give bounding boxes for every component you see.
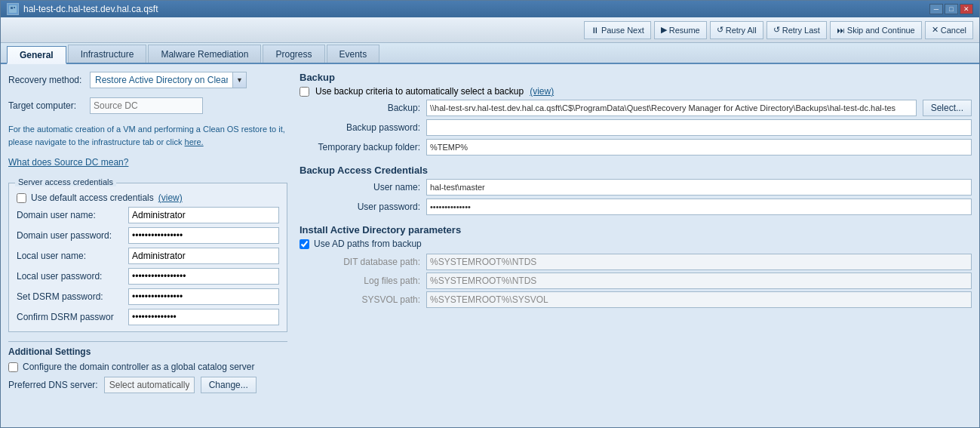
backup-section: Backup Use backup criteria to automatica… xyxy=(300,72,972,159)
change-button[interactable]: Change... xyxy=(201,377,257,393)
dsrm-password-row: Set DSRM password: xyxy=(17,288,279,305)
log-input[interactable] xyxy=(426,273,972,289)
recovery-method-input[interactable] xyxy=(90,72,233,88)
use-ad-paths-label: Use AD paths from backup xyxy=(314,239,422,249)
backup-path-row: Backup: Select... xyxy=(300,100,972,116)
backup-password-input[interactable] xyxy=(426,119,972,136)
tab-infrastructure[interactable]: Infrastructure xyxy=(68,45,147,63)
install-ad-section: Install Active Directory parameters Use … xyxy=(300,224,972,310)
additional-title: Additional Settings xyxy=(8,346,287,357)
retry-last-icon: ↺ xyxy=(773,25,780,35)
confirm-dsrm-row: Confirm DSRM passwor xyxy=(17,309,279,325)
use-default-checkbox[interactable] xyxy=(17,193,26,203)
recovery-method-label: Recovery method: xyxy=(8,75,84,85)
local-password-input[interactable] xyxy=(128,268,279,285)
recovery-method-row: Recovery method: ▼ xyxy=(8,72,287,88)
use-default-label: Use default access credentials xyxy=(31,192,154,203)
backup-access-section: Backup Access Credentials User name: Use… xyxy=(300,165,972,218)
retry-last-button[interactable]: ↺ Retry Last xyxy=(766,21,827,39)
retry-all-button[interactable]: ↺ Retry All xyxy=(710,21,763,39)
confirm-dsrm-input[interactable] xyxy=(128,309,279,325)
dit-path-row: DIT database path: xyxy=(300,254,972,270)
local-user-row: Local user name: xyxy=(17,248,279,264)
close-button[interactable]: ✕ xyxy=(960,4,973,14)
skip-icon: ⏭ xyxy=(837,26,845,35)
tab-progress[interactable]: Progress xyxy=(263,45,324,63)
local-user-input[interactable] xyxy=(128,248,279,264)
right-panel: Backup Use backup criteria to automatica… xyxy=(300,72,972,420)
left-panel: Recovery method: ▼ Target computer: For … xyxy=(8,72,287,420)
use-backup-criteria-label: Use backup criteria to automatically sel… xyxy=(315,86,524,97)
use-backup-criteria-checkbox[interactable] xyxy=(300,87,309,97)
sysvol-input[interactable] xyxy=(426,291,972,308)
dsrm-password-label: Set DSRM password: xyxy=(17,291,122,302)
what-does-source-dc-link[interactable]: What does Source DC mean? xyxy=(8,157,128,168)
main-window: hal-test-dc.hal-test.dev.hal.ca.qsft ─ □… xyxy=(0,0,980,428)
what-does-link-row: What does Source DC mean? xyxy=(8,157,287,168)
target-computer-input[interactable] xyxy=(90,97,203,114)
backup-access-title: Backup Access Credentials xyxy=(300,165,972,176)
here-link[interactable]: here. xyxy=(185,137,204,146)
recovery-method-dropdown: ▼ xyxy=(90,72,247,88)
domain-user-input[interactable] xyxy=(128,207,279,223)
domain-user-label: Domain user name: xyxy=(17,210,122,220)
dit-label: DIT database path: xyxy=(300,257,420,267)
local-user-label: Local user name: xyxy=(17,251,122,261)
use-backup-criteria-row: Use backup criteria to automatically sel… xyxy=(300,86,972,97)
user-password-label: User password: xyxy=(300,202,420,212)
domain-password-input[interactable] xyxy=(128,227,279,244)
tab-malware-remediation[interactable]: Malware Remediation xyxy=(148,45,261,63)
username-label: User name: xyxy=(300,182,420,192)
tabs-bar: General Infrastructure Malware Remediati… xyxy=(1,43,979,64)
app-icon xyxy=(7,3,19,15)
user-password-input[interactable] xyxy=(426,199,972,215)
svg-rect-2 xyxy=(14,7,15,8)
domain-user-row: Domain user name: xyxy=(17,207,279,223)
window-title: hal-test-dc.hal-test.dev.hal.ca.qsft xyxy=(23,4,158,14)
credentials-content: Use default access credentials (view) Do… xyxy=(17,192,279,325)
resume-button[interactable]: ▶ Resume xyxy=(654,21,707,39)
temp-folder-input[interactable] xyxy=(426,139,972,155)
maximize-button[interactable]: □ xyxy=(945,4,958,14)
cancel-button[interactable]: ✕ Cancel xyxy=(925,21,973,39)
use-default-row: Use default access credentials (view) xyxy=(17,192,279,203)
skip-continue-button[interactable]: ⏭ Skip and Continue xyxy=(830,21,922,39)
target-computer-label: Target computer: xyxy=(8,100,84,111)
domain-password-label: Domain user password: xyxy=(17,230,122,241)
install-ad-title: Install Active Directory parameters xyxy=(300,224,972,236)
recovery-dropdown-button[interactable]: ▼ xyxy=(233,72,247,88)
backup-title: Backup xyxy=(300,72,972,83)
global-catalog-row: Configure the domain controller as a glo… xyxy=(8,362,287,372)
sysvol-label: SYSVOL path: xyxy=(300,294,420,305)
resume-icon: ▶ xyxy=(661,25,667,35)
use-ad-paths-checkbox[interactable] xyxy=(300,239,309,249)
info-text: For the automatic creation of a VM and p… xyxy=(8,123,287,148)
user-password-row: User password: xyxy=(300,199,972,215)
pause-next-icon: ⏸ xyxy=(591,26,599,35)
global-catalog-label: Configure the domain controller as a glo… xyxy=(23,362,255,372)
server-credentials-title: Server access credentials xyxy=(15,177,116,186)
dit-input[interactable] xyxy=(426,254,972,270)
username-row: User name: xyxy=(300,179,972,196)
confirm-dsrm-label: Confirm DSRM passwor xyxy=(17,312,122,322)
dsrm-password-input[interactable] xyxy=(128,288,279,305)
domain-password-row: Domain user password: xyxy=(17,227,279,244)
tab-events[interactable]: Events xyxy=(327,45,380,63)
select-backup-button[interactable]: Select... xyxy=(923,100,972,116)
sysvol-path-row: SYSVOL path: xyxy=(300,291,972,308)
local-password-row: Local user password: xyxy=(17,268,279,285)
retry-all-icon: ↺ xyxy=(717,25,723,35)
global-catalog-checkbox[interactable] xyxy=(8,362,18,372)
title-bar-controls: ─ □ ✕ xyxy=(929,4,973,14)
tab-general[interactable]: General xyxy=(7,46,66,64)
target-computer-row: Target computer: xyxy=(8,97,287,114)
minimize-button[interactable]: ─ xyxy=(929,4,943,14)
backup-view-link[interactable]: (view) xyxy=(530,86,554,97)
dns-input[interactable] xyxy=(104,377,195,393)
pause-next-button[interactable]: ⏸ Pause Next xyxy=(584,21,651,39)
log-label: Log files path: xyxy=(300,276,420,286)
username-input[interactable] xyxy=(426,179,972,196)
title-bar: hal-test-dc.hal-test.dev.hal.ca.qsft ─ □… xyxy=(1,1,979,17)
backup-path-input[interactable] xyxy=(426,100,917,116)
use-default-view-link[interactable]: (view) xyxy=(158,192,183,203)
